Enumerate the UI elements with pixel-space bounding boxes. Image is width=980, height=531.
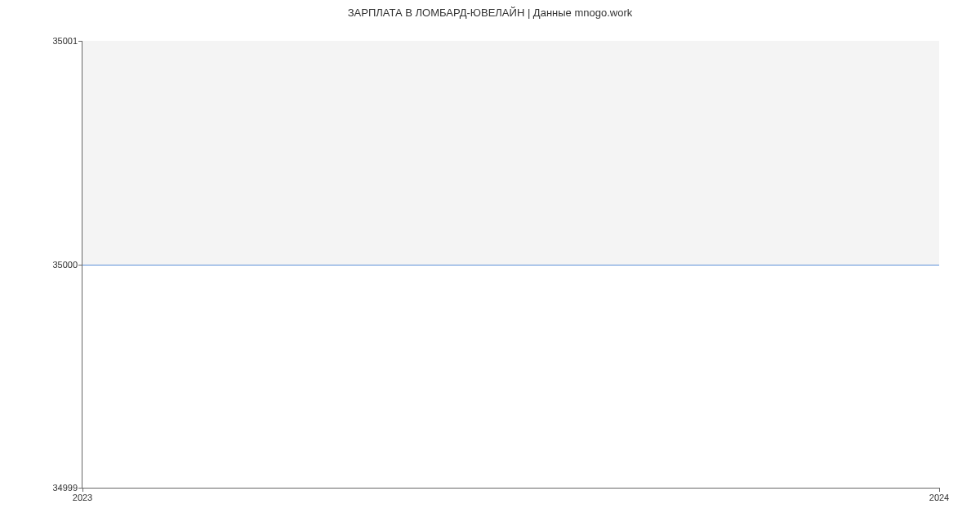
- y-tick-label: 34999: [52, 483, 78, 493]
- plot-area: 35001 35000 34999 2023 2024: [82, 41, 939, 489]
- chart-title: ЗАРПЛАТА В ЛОМБАРД-ЮВЕЛАЙН | Данные mnog…: [0, 7, 980, 19]
- x-tick-label: 2024: [929, 493, 949, 502]
- data-line: [82, 265, 939, 266]
- y-tick-label: 35000: [52, 260, 78, 270]
- shaded-region: [82, 41, 939, 265]
- x-tick-label: 2023: [73, 493, 92, 502]
- y-tick-label: 35001: [52, 36, 78, 46]
